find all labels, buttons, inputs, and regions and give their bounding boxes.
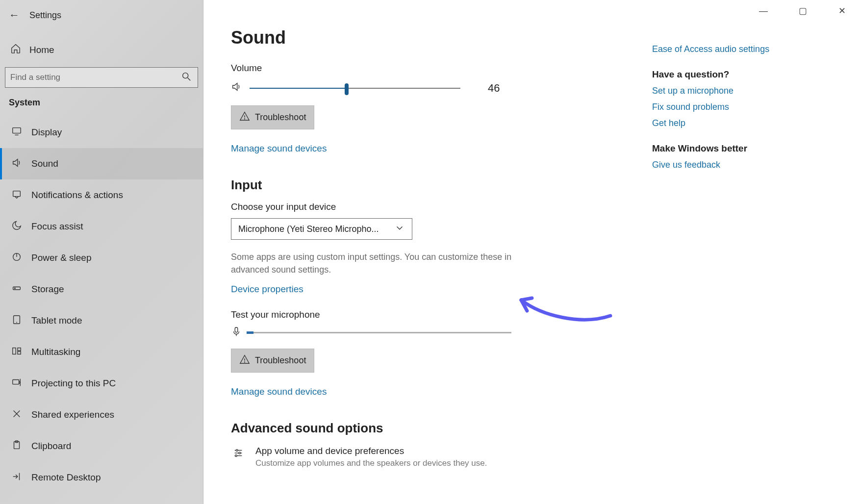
close-button[interactable]: ✕	[831, 3, 853, 19]
svg-line-1	[188, 78, 191, 81]
device-properties-link[interactable]: Device properties	[231, 284, 303, 295]
sidebar-item-remote[interactable]: Remote Desktop	[0, 462, 203, 493]
sidebar-item-label: Projecting to this PC	[31, 378, 116, 389]
test-mic-label: Test your microphone	[231, 309, 632, 320]
troubleshoot-label: Troubleshoot	[255, 112, 306, 123]
section-label-system: System	[0, 88, 203, 112]
sound-icon	[11, 157, 23, 171]
sidebar-item-label: Display	[31, 127, 62, 138]
svg-rect-22	[235, 328, 238, 332]
volume-slider[interactable]	[250, 88, 460, 89]
sidebar-item-label: Storage	[31, 284, 64, 295]
multitasking-icon	[11, 346, 23, 359]
adv-item-title: App volume and device preferences	[255, 446, 487, 456]
side-panel: Ease of Access audio settings Have a que…	[652, 0, 858, 504]
display-icon	[11, 126, 23, 139]
window-controls: — ▢ ✕	[752, 3, 853, 19]
window-title: Settings	[29, 10, 61, 21]
svg-rect-13	[18, 351, 21, 354]
sliders-icon	[231, 448, 246, 461]
advanced-heading: Advanced sound options	[231, 421, 632, 436]
focus-icon	[11, 220, 23, 233]
mic-level-meter	[247, 332, 511, 333]
home-label: Home	[29, 45, 54, 55]
input-heading: Input	[231, 177, 632, 193]
input-device-selected: Microphone (Yeti Stereo Micropho...	[238, 224, 379, 234]
setup-microphone-link[interactable]: Set up a microphone	[652, 86, 838, 96]
adv-item-sub: Customize app volumes and the speakers o…	[255, 458, 487, 468]
svg-rect-4	[13, 191, 21, 196]
search-icon	[181, 71, 192, 84]
warning-icon	[239, 354, 250, 367]
search-input[interactable]	[10, 73, 174, 82]
sidebar-item-sound[interactable]: Sound	[0, 148, 203, 179]
svg-point-21	[245, 119, 245, 119]
storage-icon	[11, 283, 23, 296]
ease-of-access-link[interactable]: Ease of Access audio settings	[652, 44, 838, 54]
home-button[interactable]: Home	[0, 36, 203, 63]
sidebar-item-power[interactable]: Power & sleep	[0, 242, 203, 274]
volume-label: Volume	[231, 63, 632, 74]
sidebar-item-label: Remote Desktop	[31, 472, 101, 483]
sidebar-item-label: Power & sleep	[31, 252, 92, 263]
projecting-icon	[11, 377, 23, 390]
annotation-arrow	[512, 291, 620, 326]
get-help-link[interactable]: Get help	[652, 118, 838, 128]
sidebar-item-multitasking[interactable]: Multitasking	[0, 336, 203, 368]
sidebar-item-focus[interactable]: Focus assist	[0, 211, 203, 242]
volume-value: 46	[488, 82, 500, 95]
choose-input-label: Choose your input device	[231, 202, 632, 212]
svg-point-0	[183, 73, 188, 78]
troubleshoot-output-button[interactable]: Troubleshoot	[231, 105, 314, 129]
input-device-dropdown[interactable]: Microphone (Yeti Stereo Micropho...	[231, 218, 412, 240]
sidebar-item-shared[interactable]: Shared experiences	[0, 399, 203, 430]
svg-point-31	[235, 455, 237, 457]
speaker-icon	[231, 81, 242, 95]
sidebar-item-label: Focus assist	[31, 221, 83, 232]
fix-sound-link[interactable]: Fix sound problems	[652, 102, 838, 112]
sidebar-item-clipboard[interactable]: Clipboard	[0, 430, 203, 462]
svg-point-29	[239, 452, 241, 454]
power-icon	[11, 252, 23, 265]
feedback-link[interactable]: Give us feedback	[652, 160, 838, 170]
shared-icon	[11, 408, 23, 422]
page-title: Sound	[231, 27, 632, 48]
svg-rect-12	[18, 348, 21, 351]
main-area: — ▢ ✕ Sound Volume 46 Troubleshoot Manag…	[203, 0, 858, 504]
svg-rect-2	[13, 127, 21, 133]
manage-sound-devices-link-input[interactable]: Manage sound devices	[231, 386, 327, 397]
svg-rect-14	[13, 379, 19, 384]
sidebar-item-label: Multitasking	[31, 347, 80, 357]
better-heading: Make Windows better	[652, 143, 838, 154]
chevron-down-icon	[394, 223, 405, 236]
svg-rect-11	[13, 348, 16, 354]
search-input-wrap[interactable]	[5, 67, 198, 88]
sidebar-item-label: Notifications & actions	[31, 190, 123, 201]
sidebar-item-storage[interactable]: Storage	[0, 274, 203, 305]
back-button[interactable]: ←	[9, 9, 20, 22]
svg-point-27	[236, 450, 238, 452]
remote-icon	[11, 471, 23, 484]
manage-sound-devices-link-output[interactable]: Manage sound devices	[231, 143, 327, 154]
app-volume-preferences[interactable]: App volume and device preferences Custom…	[231, 446, 632, 468]
sidebar-item-label: Shared experiences	[31, 409, 114, 420]
sidebar-item-label: Clipboard	[31, 441, 71, 452]
minimize-button[interactable]: —	[752, 3, 775, 19]
sidebar-item-label: Tablet mode	[31, 315, 82, 326]
svg-point-25	[245, 362, 245, 362]
sidebar-item-projecting[interactable]: Projecting to this PC	[0, 368, 203, 399]
svg-point-8	[14, 288, 15, 289]
troubleshoot-input-button[interactable]: Troubleshoot	[231, 349, 314, 373]
sidebar-item-display[interactable]: Display	[0, 117, 203, 148]
question-heading: Have a question?	[652, 69, 838, 80]
home-icon	[10, 43, 22, 56]
troubleshoot-label: Troubleshoot	[255, 355, 306, 366]
sidebar-item-tablet[interactable]: Tablet mode	[0, 305, 203, 336]
sidebar-item-label: Sound	[31, 158, 58, 169]
sidebar: ← Settings Home System DisplaySoundNotif…	[0, 0, 203, 504]
sidebar-item-notifications[interactable]: Notifications & actions	[0, 179, 203, 211]
maximize-button[interactable]: ▢	[791, 3, 814, 19]
microphone-icon	[231, 326, 242, 339]
custom-input-hint: Some apps are using custom input setting…	[231, 251, 530, 276]
warning-icon	[239, 111, 250, 124]
